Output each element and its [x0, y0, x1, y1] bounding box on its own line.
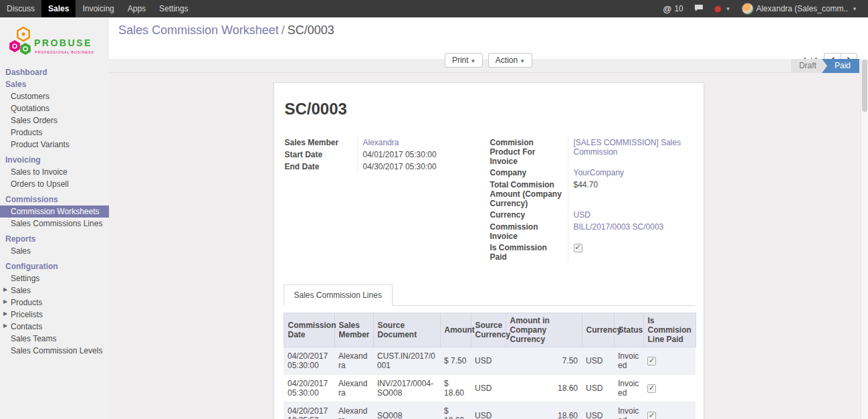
sidebar-header-sales[interactable]: Sales — [0, 78, 109, 90]
sidebar-item-config-contacts[interactable]: ▶Contacts — [0, 321, 109, 333]
sidebar-item-reports-sales[interactable]: Sales — [0, 245, 109, 257]
cell-source-document: SO008 — [373, 402, 440, 419]
col-header-currency[interactable]: Currency — [582, 313, 614, 347]
logo-tagline: PROFESSIONAL BUSINESS — [35, 50, 94, 54]
field-label-total-commission: Total Commision Amount (Company Currency… — [489, 179, 568, 209]
user-menu-button[interactable]: Alexandra (Sales_comm.. ▼ — [736, 0, 863, 17]
breadcrumb: Sales Commission Worksheet/SC/0003 — [118, 23, 334, 37]
caret-right-icon: ▶ — [3, 299, 7, 305]
systray: @ 10 ▼ Alexandra (Sales_comm.. ▼ — [657, 0, 868, 17]
col-header-source-document[interactable]: Source Document — [373, 313, 440, 347]
col-header-commission-date[interactable]: Commission Date — [284, 313, 334, 347]
vertical-scrollbar[interactable] — [861, 59, 868, 419]
sidebar-header-reports[interactable]: Reports — [0, 233, 109, 245]
end-date-value: 04/30/2017 05:30:00 — [357, 161, 482, 173]
messages-menu-button[interactable]: @ 10 — [657, 0, 689, 17]
cell-sales-member: Alexandra — [334, 347, 373, 375]
sidebar-item-config-sales[interactable]: ▶Sales — [0, 284, 109, 297]
scrollbar-thumb[interactable] — [862, 60, 867, 112]
sidebar-item-orders-to-upsell[interactable]: Orders to Upsell — [0, 178, 109, 190]
menu-discuss[interactable]: Discuss — [0, 0, 41, 17]
menu-apps[interactable]: Apps — [121, 0, 152, 17]
cell-amount: $ 18.60 — [440, 375, 471, 402]
cell-currency: USD — [582, 375, 614, 402]
sidebar-item-commission-worksheets[interactable]: Commission Worksheets — [0, 205, 109, 218]
sidebar-item-config-pricelists[interactable]: ▶Pricelists — [0, 309, 109, 321]
sidebar-item-sales-teams[interactable]: Sales Teams — [0, 333, 109, 345]
print-button[interactable]: Print▼ — [445, 53, 483, 68]
sidebar-header-commissions[interactable]: Commissions — [0, 193, 109, 205]
sidebar-item-sales-commission-levels[interactable]: Sales Commission Levels — [0, 345, 109, 357]
col-header-sales-member[interactable]: Sales Member — [334, 313, 373, 347]
col-header-is-commission-line-paid[interactable]: Is Commision Line Paid — [643, 313, 695, 347]
caret-down-icon: ▼ — [852, 6, 857, 12]
table-row[interactable]: 04/20/2017 05:30:00 Alexandra CUST.IN/20… — [284, 347, 695, 375]
company-link[interactable]: YourCompany — [574, 168, 625, 177]
sidebar-item-sales-to-invoice[interactable]: Sales to Invoice — [0, 166, 109, 178]
sidebar: PROBUSE PROFESSIONAL BUSINESS Dashboard … — [0, 17, 109, 419]
sidebar-header-configuration[interactable]: Configuration — [0, 260, 109, 272]
mention-icon: @ — [663, 4, 671, 14]
sidebar-item-sales-commissions-lines[interactable]: Sales Commissions Lines — [0, 218, 109, 230]
sidebar-item-config-products[interactable]: ▶Products — [0, 297, 109, 309]
debug-menu-button[interactable]: ▼ — [709, 0, 736, 17]
cell-commission-date: 04/20/2017 10:35:53 — [284, 402, 334, 419]
commission-lines-table: Commission Date Sales Member Source Docu… — [284, 313, 696, 419]
status-paid[interactable]: Paid — [822, 59, 859, 73]
logo-text: PROBUSE — [34, 37, 92, 48]
notebook: Sales Commission Lines Commission Date S… — [284, 284, 694, 419]
form-view: SC/0003 Sales Member Alexandra Start Dat… — [109, 73, 868, 419]
field-group-left: Sales Member Alexandra Start Date 04/01/… — [284, 137, 489, 263]
table-row[interactable]: 04/20/2017 10:35:53 Alexandra SO008 $ 18… — [284, 402, 695, 419]
col-header-source-currency[interactable]: Source Currency — [471, 313, 506, 347]
chat-button[interactable] — [689, 0, 709, 17]
sales-member-link[interactable]: Alexandra — [363, 138, 399, 147]
breadcrumb-parent-link[interactable]: Sales Commission Worksheet — [118, 23, 279, 37]
tab-sales-commission-lines[interactable]: Sales Commission Lines — [284, 284, 393, 306]
sidebar-item-label: Products — [11, 298, 42, 307]
cell-commission-date: 04/20/2017 05:30:00 — [284, 347, 334, 375]
status-draft[interactable]: Draft — [791, 59, 827, 73]
field-label-currency: Currency — [489, 210, 568, 221]
col-header-status[interactable]: Status — [614, 313, 643, 347]
cell-company-amount: 18.60 — [506, 375, 582, 402]
cell-status: Invoiced — [614, 375, 643, 402]
cell-commission-date: 04/20/2017 05:30:00 — [284, 375, 334, 402]
form-sheet: SC/0003 Sales Member Alexandra Start Dat… — [274, 82, 704, 419]
commission-invoice-link[interactable]: BILL/2017/0003 SC/0003 — [574, 222, 664, 232]
line-paid-checkbox — [647, 412, 656, 419]
caret-down-icon: ▼ — [726, 6, 731, 12]
field-label-commission-invoice: Commission Invoice — [489, 222, 568, 242]
col-header-amount[interactable]: Amount — [440, 313, 471, 347]
top-menu: Discuss Sales Invoicing Apps Settings — [0, 0, 195, 17]
table-row[interactable]: 04/20/2017 05:30:00 Alexandra INV/2017/0… — [284, 375, 695, 402]
cell-source-currency: USD — [471, 402, 506, 419]
cell-line-paid — [643, 347, 695, 375]
user-name: Alexandra (Sales_comm.. — [756, 4, 848, 13]
commission-product-link[interactable]: [SALES COMMISSION] Sales Commission — [574, 138, 681, 157]
cell-company-amount: 18.60 — [506, 402, 582, 419]
sidebar-header-invoicing[interactable]: Invoicing — [0, 154, 109, 166]
sidebar-header-dashboard[interactable]: Dashboard — [0, 66, 109, 78]
sidebar-item-products[interactable]: Products — [0, 127, 109, 139]
sidebar-item-sales-orders[interactable]: Sales Orders — [0, 114, 109, 127]
sidebar-item-customers[interactable]: Customers — [0, 90, 109, 102]
line-paid-checkbox — [647, 384, 656, 393]
sidebar-item-quotations[interactable]: Quotations — [0, 102, 109, 114]
caret-down-icon: ▼ — [520, 58, 525, 64]
sidebar-item-config-settings[interactable]: Settings — [0, 272, 109, 284]
sidebar-item-product-variants[interactable]: Product Variants — [0, 139, 109, 151]
tab-bar: Sales Commission Lines — [284, 284, 694, 306]
caret-right-icon: ▶ — [3, 311, 7, 317]
action-button[interactable]: Action▼ — [488, 53, 532, 68]
main-area: Sales Commission Worksheet/SC/0003 Print… — [109, 17, 868, 419]
control-panel: Sales Commission Worksheet/SC/0003 Print… — [109, 17, 868, 59]
col-header-amount-company-currency[interactable]: Amount in Company Currency — [506, 313, 582, 347]
field-label-start-date: Start Date — [284, 149, 357, 161]
menu-invoicing[interactable]: Invoicing — [76, 0, 120, 17]
line-paid-checkbox — [647, 357, 656, 365]
cell-company-amount: 7.50 — [506, 347, 582, 375]
menu-sales[interactable]: Sales — [41, 0, 76, 17]
menu-settings[interactable]: Settings — [152, 0, 195, 17]
currency-link[interactable]: USD — [574, 210, 590, 220]
